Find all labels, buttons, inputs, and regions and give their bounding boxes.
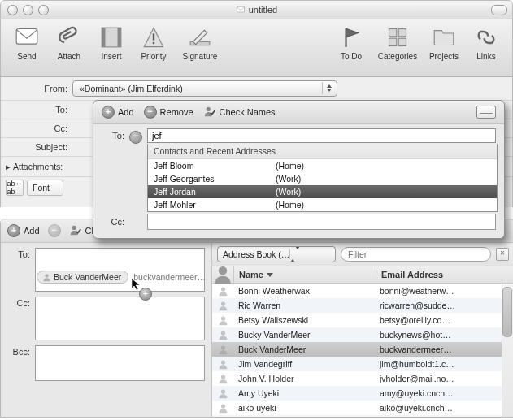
- plus-icon: +: [7, 224, 20, 237]
- paperclip-icon: [57, 26, 81, 49]
- toolbar-pill-button[interactable]: [491, 5, 507, 15]
- table-row[interactable]: Amy Uyekiamy@uyeki.cnch…: [212, 386, 513, 401]
- table-row[interactable]: Ursulaosborne@humbol…: [212, 415, 513, 417]
- picker-bcc-label: Bcc:: [7, 345, 30, 381]
- add-recipient-button[interactable]: + Add: [102, 106, 134, 119]
- attachments-label: ▸Attachments:: [6, 162, 63, 171]
- contacts-table[interactable]: Bonni Weatherwaxbonni@weatherw…Ric Warre…: [212, 284, 513, 417]
- to-label: To:: [6, 105, 67, 115]
- picker-to-field[interactable]: [35, 248, 205, 292]
- from-account-popup[interactable]: «Dominant» (Jim Elferdink): [72, 80, 337, 97]
- signature-icon: [188, 26, 212, 49]
- autocomplete-row[interactable]: Jeff Mohler (Home): [148, 198, 497, 211]
- panel-cc-input[interactable]: [147, 214, 496, 230]
- minimize-button[interactable]: [23, 5, 33, 15]
- subject-label: Subject:: [6, 142, 67, 152]
- drag-plus-badge: +: [139, 288, 152, 301]
- autocomplete-header: Contacts and Recent Addresses: [148, 144, 497, 159]
- table-row[interactable]: aiko uyekiaiko@uyeki.cnch…: [212, 401, 513, 415]
- person-check-icon: [203, 106, 216, 119]
- zoom-button[interactable]: [38, 5, 49, 15]
- minus-icon: −: [48, 224, 61, 237]
- text-tool-icon[interactable]: ab↔ab: [6, 180, 24, 196]
- name-column-header[interactable]: Name: [234, 270, 376, 279]
- compose-toolbar: Send Attach Insert Priority Signature To…: [0, 19, 513, 77]
- minus-icon: −: [144, 106, 157, 119]
- signature-button[interactable]: Signature: [175, 24, 225, 61]
- table-row[interactable]: Bonni Weatherwaxbonni@weatherw…: [212, 284, 513, 298]
- window-titlebar: untitled: [0, 0, 513, 19]
- scroll-thumb[interactable]: [502, 287, 512, 337]
- address-source-popup[interactable]: Address Book (…: [217, 246, 336, 262]
- categories-icon: [385, 26, 410, 49]
- plus-icon: +: [102, 106, 115, 119]
- table-row[interactable]: Betsy Waliszewskibetsy@oreilly.co…: [212, 313, 513, 327]
- links-button[interactable]: Links: [465, 24, 507, 61]
- priority-button[interactable]: Priority: [133, 24, 175, 61]
- person-icon: [42, 273, 51, 282]
- remove-to-line-button[interactable]: −: [129, 131, 142, 144]
- envelope-icon: [236, 6, 246, 14]
- table-row[interactable]: Bucky VanderMeerbuckynews@hot…: [212, 327, 513, 342]
- table-row[interactable]: Ric Warrenricwarren@sudde…: [212, 298, 513, 313]
- panel-to-label: To:: [102, 128, 124, 141]
- email-column-header[interactable]: Email Address: [376, 270, 513, 279]
- clear-filter-button[interactable]: ×: [496, 248, 509, 261]
- attach-button[interactable]: Attach: [48, 24, 90, 61]
- font-popup[interactable]: Font: [27, 180, 63, 196]
- check-names-panel: + Add − Remove Check Names To: − Contact…: [93, 100, 505, 239]
- address-panel-icon[interactable]: [476, 106, 496, 119]
- send-button[interactable]: Send: [6, 24, 48, 61]
- contacts-header: Name Email Address: [212, 266, 513, 284]
- scrollbar[interactable]: [502, 284, 513, 417]
- categories-button[interactable]: Categories: [372, 24, 423, 61]
- autocomplete-popup: Contacts and Recent Addresses Jeff Bloom…: [147, 144, 498, 212]
- todo-button[interactable]: To Do: [330, 24, 372, 61]
- person-icon: [212, 264, 233, 285]
- picker-add-button[interactable]: + Add: [7, 224, 40, 237]
- autocomplete-row[interactable]: Jeff Jordan (Work): [148, 185, 497, 198]
- picker-bcc-field[interactable]: [35, 345, 205, 381]
- insert-icon: [99, 26, 124, 49]
- remove-recipient-button[interactable]: − Remove: [144, 106, 193, 119]
- from-row: From: «Dominant» (Jim Elferdink): [0, 77, 513, 100]
- close-button[interactable]: [7, 5, 18, 15]
- chevron-updown-icon: [322, 82, 335, 94]
- from-label: From:: [6, 84, 67, 93]
- send-icon: [15, 26, 39, 49]
- projects-button[interactable]: Projects: [423, 24, 465, 61]
- panel-cc-label: Cc:: [102, 217, 124, 227]
- window-controls: [7, 5, 49, 15]
- insert-button[interactable]: Insert: [90, 24, 133, 61]
- picker-cc-label: Cc:: [7, 297, 30, 340]
- chevron-updown-icon: [289, 249, 300, 259]
- table-row[interactable]: John V. Holderjvholder@mail.no…: [212, 371, 513, 386]
- sort-desc-icon: [267, 273, 273, 277]
- table-row[interactable]: Jim Vandegriffjim@humboldt1.c…: [212, 357, 513, 371]
- autocomplete-row[interactable]: Jeff Georgantes (Work): [148, 172, 497, 185]
- address-picker-window: + Add − Check Names To: Cc: Bcc:: [0, 219, 513, 418]
- picker-cc-field[interactable]: [35, 297, 205, 340]
- drag-chip: Buck VanderMeer buckvandermeer…: [37, 271, 206, 284]
- table-row[interactable]: Buck VanderMeerbuckvandermeer…: [212, 342, 513, 357]
- cc-label: Cc:: [6, 123, 67, 133]
- check-names-button[interactable]: Check Names: [203, 106, 276, 119]
- picker-to-label: To:: [7, 248, 30, 292]
- window-title: untitled: [249, 5, 277, 15]
- panel-to-input[interactable]: [147, 128, 496, 143]
- autocomplete-row[interactable]: Jeff Bloom (Home): [148, 159, 497, 172]
- person-check-icon: [69, 224, 82, 237]
- folder-icon: [432, 26, 456, 49]
- links-icon: [474, 26, 498, 49]
- priority-icon: [141, 26, 166, 49]
- picker-remove-button[interactable]: −: [48, 224, 61, 237]
- filter-input[interactable]: [341, 247, 491, 262]
- flag-icon: [339, 26, 363, 49]
